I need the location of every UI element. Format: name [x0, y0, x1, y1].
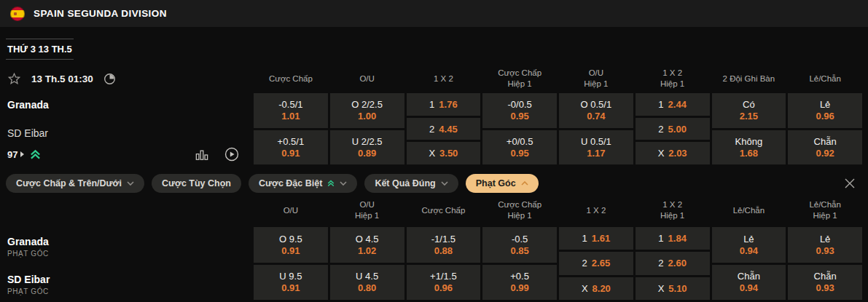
market-column-ou: O/U O 9.50.91 U 9.50.91 [254, 196, 328, 302]
league-header: SPAIN SEGUNDA DIVISION [0, 0, 868, 27]
selection-label: Không [735, 136, 763, 147]
odds-cell[interactable]: X5.10 [636, 277, 710, 300]
odds-cell[interactable]: Lẻ0.96 [788, 93, 862, 128]
selection-label: 1 [658, 99, 663, 110]
chevron-up-icon [521, 181, 528, 186]
odds-cell[interactable]: Chẵn0.94 [712, 265, 786, 301]
odds-cell[interactable]: +0/0.50.95 [482, 130, 557, 165]
odds-cell[interactable]: 11.76 [407, 93, 481, 116]
odds-value: 0.94 [740, 282, 758, 293]
market-column-1x2: 1 X 2 11.76 24.45 X3.50 [407, 68, 481, 164]
tab-specials[interactable]: Cược Đặc Biệt [249, 174, 357, 193]
market-column-header: Cược ChấpHiệp 1 [482, 68, 557, 90]
odds-cell[interactable]: X2.03 [636, 142, 710, 164]
favorite-star-icon[interactable] [7, 72, 21, 86]
selection-label: +0/0.5 [507, 136, 533, 147]
odds-cell[interactable]: 11.61 [559, 227, 633, 250]
odds-cell[interactable]: 11.84 [636, 227, 710, 250]
odds-value: 1.00 [358, 111, 376, 122]
odds-value: 0.85 [510, 245, 528, 256]
odds-cell[interactable]: U 0.5/11.17 [559, 130, 633, 165]
odds-cell[interactable]: 24.45 [407, 118, 481, 140]
odds-cell[interactable]: -0.5/11.01 [254, 93, 328, 128]
odds-value: 0.89 [358, 148, 376, 159]
corners-teams: Granada PHẠT GÓC SD Eibar PHẠT GÓC [6, 229, 254, 302]
odds-value: 5.00 [668, 124, 687, 135]
market-column-odd-even: Lẻ/Chẵn Lẻ0.94 Chẵn0.94 [712, 196, 786, 302]
corners-home-row: Granada PHẠT GÓC [7, 229, 254, 264]
odds-value: 0.88 [434, 245, 453, 256]
close-icon[interactable] [845, 178, 855, 188]
statistics-icon[interactable] [195, 148, 208, 161]
selection-label: Chẵn [738, 271, 760, 282]
market-column-1x2: 1 X 2 11.61 22.65 X8.20 [559, 196, 633, 302]
selection-label: 2 [658, 124, 663, 135]
odds-cell[interactable]: 25.00 [636, 118, 710, 140]
odds-cell[interactable]: Có2.15 [712, 93, 786, 128]
odds-cell[interactable]: X8.20 [559, 277, 633, 300]
selection-label: +0.5 [510, 271, 529, 282]
selection-label: U 4.5 [356, 271, 378, 282]
date-bar: THỨ 3 13 TH.5 [0, 27, 868, 65]
chevron-down-icon [127, 181, 134, 186]
tab-corners[interactable]: Phạt Góc [466, 174, 539, 193]
spain-flag-icon [10, 7, 25, 21]
odds-cell[interactable]: +0.50.99 [482, 265, 557, 301]
odds-value: 0.92 [816, 148, 834, 159]
odds-cell[interactable]: +0.5/10.91 [254, 130, 328, 165]
selection-label: X [429, 148, 435, 159]
tab-correct-score[interactable]: Kết Quả Đúng [364, 174, 458, 193]
home-team-name: Granada [7, 99, 239, 111]
selection-label: 1 [658, 233, 663, 244]
odds-cell[interactable]: 22.65 [559, 252, 633, 274]
odds-value: 0.91 [281, 245, 300, 256]
odds-value: 4.45 [439, 124, 457, 135]
odds-cell[interactable]: -0/0.50.95 [482, 93, 557, 128]
chevron-down-icon [441, 181, 448, 186]
odds-boost-icon [30, 149, 41, 160]
betting-page: SPAIN SEGUNDA DIVISION THỨ 3 13 TH.5 13 … [0, 0, 868, 302]
odds-cell[interactable]: Lẻ0.94 [712, 227, 786, 263]
market-column-odd-even-1h: Lẻ/ChẵnHiệp 1 Lẻ0.93 Chẵn0.93 [788, 196, 862, 302]
odds-value: 1.02 [358, 245, 376, 256]
market-column-header: O/UHiệp 1 [330, 196, 404, 224]
odds-cell[interactable]: U 2/2.50.89 [330, 130, 404, 165]
odds-cell[interactable]: 22.60 [636, 252, 710, 274]
odds-cell[interactable]: Lẻ0.93 [788, 227, 862, 263]
market-column-handicap: Cược Chấp -1/1.50.88 +1/1.50.96 [407, 196, 481, 302]
odds-cell[interactable]: U 9.50.91 [254, 265, 328, 301]
odds-cell[interactable]: +1/1.50.96 [407, 265, 481, 301]
selection-label: O 0.5/1 [581, 99, 612, 110]
odds-cell[interactable]: -0.50.85 [482, 227, 557, 263]
selection-label: Lẻ [820, 99, 830, 110]
odds-cell[interactable]: Chẵn0.92 [788, 130, 862, 165]
odds-cell[interactable]: O 2/2.51.00 [330, 93, 404, 128]
market-column-header: Lẻ/ChẵnHiệp 1 [788, 196, 862, 224]
odds-value: 0.94 [740, 245, 758, 256]
odds-cell[interactable]: U 4.50.80 [330, 265, 404, 301]
tab-bet-builder[interactable]: Cược Tùy Chọn [152, 174, 241, 193]
market-column-btts: 2 Đội Ghi Bàn Có2.15 Không1.68 [712, 68, 786, 164]
odds-cell[interactable]: X3.50 [407, 142, 481, 164]
odds-cell[interactable]: O 0.5/10.74 [559, 93, 633, 128]
market-column-over-under: O/U O 2/2.51.00 U 2/2.50.89 [330, 68, 404, 164]
odds-value: 0.74 [587, 111, 605, 122]
selection-label: 1 [582, 233, 587, 244]
market-column-header: Lẻ/Chẵn [712, 196, 786, 224]
market-type-label: PHẠT GÓC [7, 287, 254, 295]
selection-label: 2 [658, 258, 663, 269]
odds-cell[interactable]: Không1.68 [712, 130, 786, 165]
selection-label: -0.5 [512, 234, 528, 245]
odds-value: 2.44 [668, 99, 687, 110]
odds-cell[interactable]: Chẵn0.93 [788, 265, 862, 301]
odds-cell[interactable]: 12.44 [636, 93, 710, 116]
selection-label: 1 [429, 99, 434, 110]
live-stream-play-icon[interactable] [224, 147, 239, 162]
market-column-header: 1 X 2Hiệp 1 [636, 68, 710, 90]
more-markets-button[interactable]: 97 [7, 149, 24, 160]
tab-handicap-over-under[interactable]: Cược Chấp & Trên/Dưới [6, 174, 144, 193]
odds-cell[interactable]: O 9.50.91 [254, 227, 328, 263]
more-markets-count: 97 [7, 149, 17, 160]
odds-cell[interactable]: -1/1.50.88 [407, 227, 481, 263]
odds-cell[interactable]: O 4.51.02 [330, 227, 404, 263]
